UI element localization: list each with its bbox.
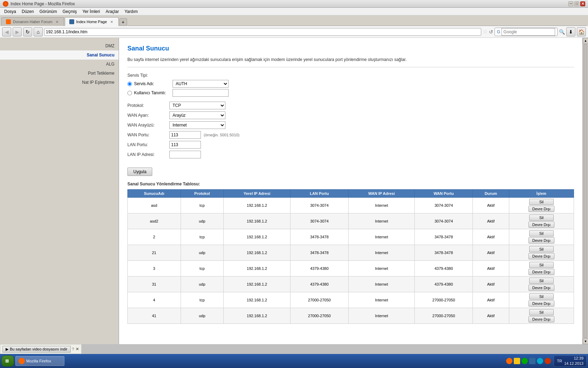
menu-araclar[interactable]: Araçlar [103, 8, 122, 15]
cell-6: Aktif [473, 245, 509, 261]
menu-yer-imleri[interactable]: Yer İmleri [79, 8, 103, 15]
tab-index[interactable]: Index Home Page ✕ [65, 17, 119, 26]
wan-ayari-row: WAN Ayarı: Arayüz [127, 111, 574, 119]
devre-disi-button[interactable]: Devre Dışı [528, 237, 554, 244]
protokol-select[interactable]: TCP [169, 102, 225, 109]
sil-button[interactable]: Sil [529, 262, 554, 268]
tray-icon-3[interactable] [529, 358, 536, 364]
cell-4: Internet [348, 261, 414, 277]
scroll-down-button[interactable]: ▼ [583, 339, 588, 344]
forward-button[interactable]: ▶ [13, 27, 22, 36]
sil-button[interactable]: Sil [529, 293, 554, 300]
close-button[interactable]: ✕ [580, 1, 585, 6]
action-cell: Sil Devre Dışı [509, 213, 574, 229]
menu-gorunum[interactable]: Görünüm [37, 8, 60, 15]
tray-firefox-icon[interactable] [506, 358, 512, 364]
video-download-button[interactable]: ▶ Bu sayfadan video dosyasını indir [2, 346, 71, 353]
maximize-button[interactable]: □ [574, 1, 579, 6]
tray-icon-4[interactable] [537, 358, 543, 364]
kullanici-tanimli-input[interactable] [173, 89, 229, 97]
menu-yardim[interactable]: Yardım [122, 8, 141, 15]
cell-0: 2 [128, 229, 181, 245]
bookmark-star[interactable]: ☆ [483, 28, 488, 35]
search-go-button[interactable]: 🔍 [559, 29, 565, 35]
tab-bar: Donanım Haber Forum ✕ Index Home Page ✕ … [0, 15, 588, 26]
servis-adi-label: Servis Adı: [134, 81, 173, 86]
video-close-button[interactable]: ✕ [76, 347, 79, 352]
video-info-button[interactable]: ? [72, 347, 74, 351]
page-title: Sanal Sunucu [127, 45, 574, 52]
tray-icon-5[interactable] [545, 358, 551, 364]
search-input[interactable] [502, 28, 555, 36]
sil-button[interactable]: Sil [529, 230, 554, 237]
apply-button[interactable]: Uygula [127, 168, 152, 176]
reload-button[interactable]: ↻ [23, 27, 32, 36]
col-ip: Yerel IP Adresi [224, 190, 290, 198]
sidebar-item-sanal-sunucu[interactable]: Sanal Sunucu [0, 50, 119, 60]
tab-forum[interactable]: Donanım Haber Forum ✕ [1, 17, 64, 26]
wan-portu-input[interactable]: 113 [169, 131, 201, 139]
devre-disi-button[interactable]: Devre Dışı [528, 253, 554, 259]
system-tray [505, 358, 552, 364]
devre-disi-button[interactable]: Devre Dışı [528, 300, 554, 307]
scroll-up-button[interactable]: ▲ [583, 38, 588, 43]
wan-arayuzu-select[interactable]: Internet [169, 121, 225, 129]
sidebar-item-alg[interactable]: ALG [0, 60, 119, 69]
action-cell: Sil Devre Dışı [509, 198, 574, 213]
refresh-icon[interactable]: ↺ [489, 29, 493, 35]
devre-disi-button[interactable]: Devre Dışı [528, 316, 554, 322]
minimize-button[interactable]: ─ [568, 1, 573, 6]
home-button[interactable]: ⌂ [34, 27, 43, 36]
search-bar: G [495, 28, 558, 36]
sil-button[interactable]: Sil [529, 309, 554, 315]
description-text: Bu sayfa internet üzerinden yerel ağınız… [127, 56, 574, 67]
menu-gecmis[interactable]: Geçmiş [60, 8, 80, 15]
cell-3: 3478-3478 [290, 229, 349, 245]
taskbar-item-firefox[interactable]: Mozilla Firefox [15, 356, 64, 366]
main-content: Sanal Sunucu Bu sayfa internet üzerinden… [119, 38, 582, 344]
devre-disi-button[interactable]: Devre Dışı [528, 285, 554, 291]
scroll-thumb[interactable] [583, 44, 587, 338]
devre-disi-button[interactable]: Devre Dışı [528, 222, 554, 228]
servis-adi-radio[interactable] [127, 82, 132, 86]
home-button-2[interactable]: 🏠 [577, 27, 586, 36]
sil-button[interactable]: Sil [529, 278, 554, 284]
action-cell: Sil Devre Dışı [509, 245, 574, 261]
devre-disi-button[interactable]: Devre Dışı [528, 269, 554, 275]
sidebar-item-nat-ip[interactable]: Nat IP Eşleştirme [0, 78, 119, 87]
back-button[interactable]: ◀ [2, 27, 11, 36]
cell-5: 27000-27050 [415, 308, 473, 324]
lan-portu-input[interactable]: 113 [169, 141, 201, 149]
tray-icon-2[interactable] [522, 358, 528, 364]
servis-adi-select[interactable]: AUTH [173, 80, 229, 88]
sidebar-item-port-tetikleme[interactable]: Port Tetikleme [0, 69, 119, 78]
new-tab-button[interactable]: + [119, 18, 127, 26]
start-icon: ⊞ [5, 359, 9, 363]
kullanici-tanimli-radio[interactable] [127, 91, 132, 95]
tray-clock[interactable]: TR 12:39 14.12.2013 [554, 355, 587, 367]
sil-button[interactable]: Sil [529, 199, 554, 205]
menu-dosya[interactable]: Dosya [1, 8, 19, 15]
download-button[interactable]: ⬇ [566, 27, 575, 36]
action-buttons: Sil Devre Dışı [511, 262, 572, 275]
url-bar[interactable] [44, 28, 481, 36]
tab-close-index[interactable]: ✕ [109, 20, 114, 24]
start-button[interactable]: ⊞ [1, 355, 14, 367]
tab-close-forum[interactable]: ✕ [55, 20, 59, 24]
table-row: 21udp192.168.1.23478-3478Internet3478-34… [128, 245, 574, 261]
cell-1: tcp [181, 261, 224, 277]
tray-icon-1[interactable] [514, 358, 520, 364]
devre-disi-button[interactable]: Devre Dışı [528, 206, 554, 212]
tray-lang: TR [557, 359, 562, 363]
video-download-label: Bu sayfadan video dosyasını indir [10, 347, 68, 351]
col-name: SunucuAdı [128, 190, 181, 198]
sil-button[interactable]: Sil [529, 246, 554, 252]
cell-5: 3478-3478 [415, 245, 473, 261]
sidebar-item-dmz[interactable]: DMZ [0, 41, 119, 50]
lan-ip-input[interactable] [169, 151, 201, 158]
wan-ayari-select[interactable]: Arayüz [169, 111, 225, 119]
kullanici-tanimli-label: Kullanıcı Tanımlı: [134, 90, 173, 95]
menu-duzen[interactable]: Düzen [19, 8, 37, 15]
sil-button[interactable]: Sil [529, 214, 554, 221]
action-cell: Sil Devre Dışı [509, 277, 574, 292]
